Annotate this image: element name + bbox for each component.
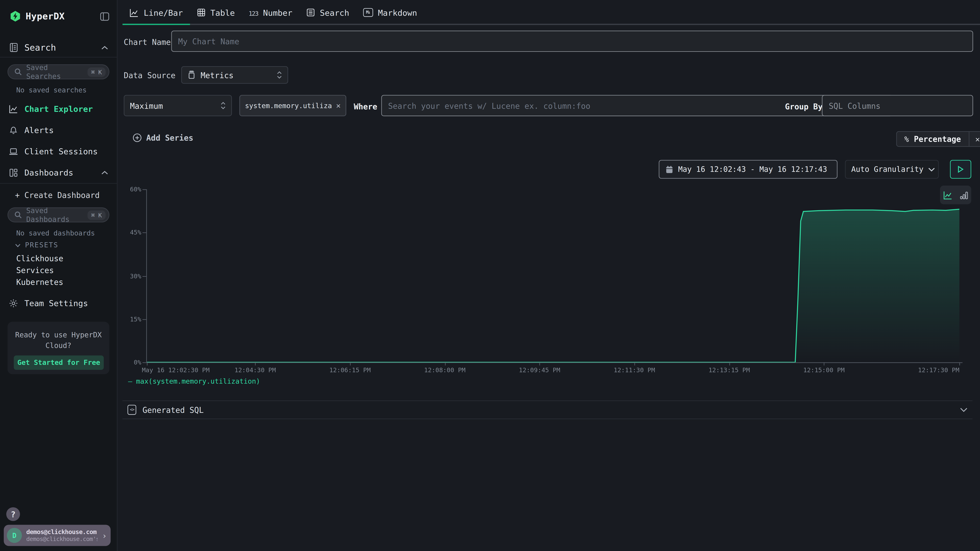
chevron-down-icon xyxy=(960,407,967,412)
play-icon xyxy=(958,165,964,173)
sidebar-collapse-icon[interactable] xyxy=(100,12,110,21)
chevron-up-icon[interactable] xyxy=(101,170,108,175)
saved-searches-input[interactable]: Saved Searches ⌘ K xyxy=(8,64,110,79)
saved-dashboards-placeholder: Saved Dashboards xyxy=(26,206,83,224)
list-icon xyxy=(306,8,315,17)
user-menu[interactable]: D demos@clickhouse.com demos@clickhouse.… xyxy=(4,525,110,546)
metric-field-tag[interactable]: system.memory.utiliza ✕ xyxy=(239,95,346,116)
tab-markdown[interactable]: M↓Markdown xyxy=(356,0,424,25)
sidebar-item-team-settings[interactable]: Team Settings xyxy=(0,294,117,312)
chart-name-input[interactable]: My Chart Name xyxy=(171,30,973,52)
group-by-input[interactable]: SQL Columns xyxy=(822,95,973,116)
run-query-button[interactable] xyxy=(950,160,971,179)
chevron-up-icon[interactable] xyxy=(101,45,108,49)
cloud-promo-line1: Ready to use HyperDX xyxy=(14,330,103,340)
line-chart-icon xyxy=(129,8,139,17)
group-by-placeholder: SQL Columns xyxy=(829,101,880,110)
hyperdx-logo-icon xyxy=(10,11,21,22)
presets-label: PRESETS xyxy=(25,241,58,249)
y-tick-label: 45% xyxy=(130,229,141,236)
x-tick-label: 12:04:30 PM xyxy=(234,367,276,374)
y-tick-label: 15% xyxy=(130,316,141,322)
aggregation-select[interactable]: Maximum xyxy=(124,95,232,116)
y-tick xyxy=(143,233,146,233)
close-icon[interactable]: ✕ xyxy=(336,101,340,110)
x-tick-label: 12:17:30 PM xyxy=(918,367,959,374)
preset-kubernetes[interactable]: Kubernetes xyxy=(16,277,63,287)
tab-label: Search xyxy=(320,8,349,17)
tab-table[interactable]: Table xyxy=(190,0,242,25)
x-tick-label: May 16 12:02:30 PM xyxy=(142,367,210,374)
where-label: Where xyxy=(354,102,377,111)
metric-field-value: system.memory.utiliza xyxy=(245,102,332,110)
divider xyxy=(0,57,117,57)
journal-icon xyxy=(9,43,19,52)
x-tick xyxy=(729,362,730,365)
app-title: HyperDX xyxy=(26,11,65,21)
preset-clickhouse[interactable]: Clickhouse xyxy=(16,254,63,263)
x-tick-label: 12:09:45 PM xyxy=(519,367,560,374)
create-dashboard-button[interactable]: + Create Dashboard xyxy=(15,191,100,200)
date-range-button[interactable]: May 16 12:02:43 - May 16 12:17:43 xyxy=(659,160,838,179)
sidebar-item-client-sessions[interactable]: Client Sessions xyxy=(0,143,117,160)
chart-plot-area[interactable]: 0%15%30%45%60%May 16 12:02:30 PM12:04:30… xyxy=(147,189,959,362)
sidebar-item-chart-explorer[interactable]: Chart Explorer xyxy=(0,100,117,118)
x-tick xyxy=(539,362,540,365)
sidebar-item-alerts[interactable]: Alerts xyxy=(0,121,117,139)
legend-dash-icon: — xyxy=(128,377,132,386)
tab-number[interactable]: 123Number xyxy=(242,0,299,25)
x-tick xyxy=(959,362,960,365)
gear-icon xyxy=(9,299,18,308)
granularity-select[interactable]: Auto Granularity xyxy=(845,160,939,179)
percentage-close-button[interactable]: ✕ xyxy=(968,132,980,146)
cloud-promo-box: Ready to use HyperDX Cloud? Get Started … xyxy=(8,322,110,374)
sidebar-item-dashboards[interactable]: Dashboards xyxy=(0,164,117,181)
markdown-icon: M↓ xyxy=(363,8,373,17)
add-series-button[interactable]: Add Series xyxy=(132,133,193,143)
x-tick-label: 12:13:15 PM xyxy=(708,367,750,374)
no-saved-searches-note: No saved searches xyxy=(16,86,87,94)
tab-search[interactable]: Search xyxy=(299,0,356,25)
active-tab-underline xyxy=(123,24,190,25)
chevron-right-icon: › xyxy=(102,530,107,540)
percentage-toggle-group: % Percentage ✕ xyxy=(896,131,980,147)
tab-label: Table xyxy=(210,8,235,17)
preset-services[interactable]: Services xyxy=(16,265,54,275)
series-area-fill xyxy=(147,209,959,362)
database-icon xyxy=(188,71,196,79)
add-series-label: Add Series xyxy=(146,133,193,143)
bar-chart-icon[interactable] xyxy=(960,190,968,200)
y-tick xyxy=(143,362,146,363)
generated-sql-label: Generated SQL xyxy=(143,405,954,414)
sidebar-item-search[interactable]: Search xyxy=(0,40,117,56)
y-tick-label: 60% xyxy=(130,186,141,193)
search-icon xyxy=(14,211,22,219)
alerts-label: Alerts xyxy=(24,125,54,135)
date-range-value: May 16 12:02:43 - May 16 12:17:43 xyxy=(678,165,827,174)
no-saved-dashboards-note: No saved dashboards xyxy=(16,229,95,237)
x-tick xyxy=(147,362,147,365)
sidebar-search-label: Search xyxy=(24,43,56,52)
tabs: Line/BarTable123NumberSearchM↓Markdown xyxy=(123,0,424,25)
divider xyxy=(0,183,117,184)
shortcut-badge: ⌘ K xyxy=(88,210,105,219)
chart-explorer-label: Chart Explorer xyxy=(24,104,93,113)
help-button[interactable]: ? xyxy=(6,507,20,521)
main-content: Line/BarTable123NumberSearchM↓Markdown C… xyxy=(118,0,980,551)
generated-sql-toggle[interactable]: <> Generated SQL xyxy=(123,400,972,419)
chart-legend: — max(system.memory.utilization) xyxy=(128,377,260,386)
dashboards-icon xyxy=(9,168,18,177)
group-by-label: Group By xyxy=(785,102,822,111)
saved-dashboards-input[interactable]: Saved Dashboards ⌘ K xyxy=(8,207,110,222)
updown-chevron-icon xyxy=(221,102,226,110)
chart-svg xyxy=(147,189,959,362)
data-source-select[interactable]: Metrics xyxy=(181,66,288,84)
y-tick xyxy=(143,276,146,276)
tab-line-bar[interactable]: Line/Bar xyxy=(123,0,190,25)
x-tick-label: 12:06:15 PM xyxy=(329,367,371,374)
presets-toggle[interactable]: PRESETS xyxy=(15,241,58,249)
get-started-button[interactable]: Get Started for Free xyxy=(14,356,104,370)
avatar: D xyxy=(7,528,22,543)
percentage-button[interactable]: % Percentage xyxy=(897,132,969,146)
y-tick xyxy=(143,189,146,190)
